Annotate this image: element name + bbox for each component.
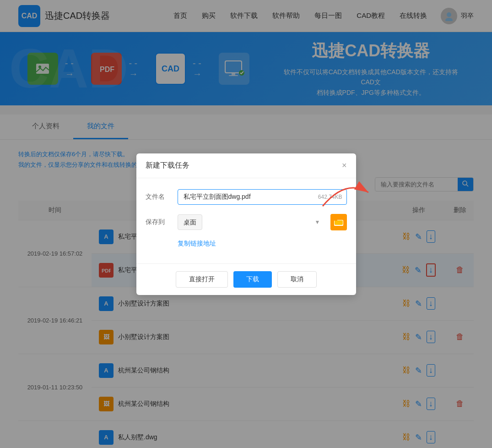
saveto-controls: 桌面 xyxy=(178,214,347,230)
modal-title: 新建下载任务 xyxy=(146,161,189,170)
filename-row: 文件名 642.74KB xyxy=(146,189,347,205)
modal-header: 新建下载任务 × xyxy=(136,153,356,178)
modal-close-button[interactable]: × xyxy=(342,161,347,170)
svg-rect-21 xyxy=(334,219,337,221)
modal-body: 文件名 642.74KB 保存到 桌面 xyxy=(136,178,356,263)
saveto-select[interactable]: 桌面 xyxy=(178,214,202,230)
open-directly-button[interactable]: 直接打开 xyxy=(176,271,228,288)
filename-label: 文件名 xyxy=(146,193,178,201)
download-button[interactable]: 下载 xyxy=(233,271,272,288)
modal-footer: 直接打开 下载 取消 xyxy=(136,263,356,295)
file-size-label: 642.74KB xyxy=(318,194,342,200)
filename-input-wrapper: 642.74KB xyxy=(178,189,347,205)
saveto-row: 保存到 桌面 xyxy=(146,214,347,230)
modal-overlay[interactable]: 新建下载任务 × 文件名 642.74KB 保存到 桌面 xyxy=(0,0,492,448)
saveto-select-wrapper: 桌面 xyxy=(178,214,326,230)
folder-browse-button[interactable] xyxy=(330,214,347,230)
copy-link-button[interactable]: 复制链接地址 xyxy=(146,240,347,248)
modal-dialog: 新建下载任务 × 文件名 642.74KB 保存到 桌面 xyxy=(136,153,356,295)
cancel-button[interactable]: 取消 xyxy=(277,271,317,288)
saveto-label: 保存到 xyxy=(146,218,178,226)
svg-rect-20 xyxy=(335,220,343,225)
